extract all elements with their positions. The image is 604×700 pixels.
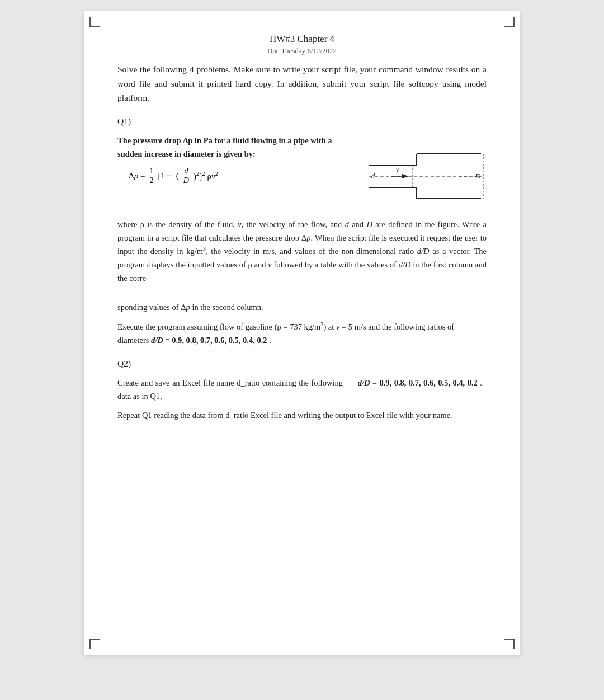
svg-text:v: v bbox=[396, 165, 399, 173]
corner-mark-br bbox=[504, 639, 515, 649]
page: HW#3 Chapter 4 Due Tuesday 6/12/2022 Sol… bbox=[84, 11, 520, 655]
corner-mark-tl bbox=[89, 17, 100, 27]
q1-sponding-content: sponding values of Δp in the second colu… bbox=[117, 303, 263, 312]
formula-d-over-D: d D bbox=[182, 167, 190, 186]
q2-label: Q2) bbox=[117, 359, 487, 369]
q1-sponding-text: sponding values of Δp in the second colu… bbox=[117, 301, 487, 314]
formula-delta-p: Δp = bbox=[129, 171, 145, 181]
corner-mark-tr bbox=[504, 17, 515, 27]
formula-paren-close: )2]2 bbox=[194, 171, 205, 181]
pipe-diagram-container: v −d D bbox=[364, 140, 487, 213]
q1-text-column: The pressure drop Δp in Pa for a fluid f… bbox=[117, 134, 352, 213]
q1-desc-text: The pressure drop Δp in Pa for a fluid f… bbox=[117, 136, 332, 158]
q1-where-content: where ρ is the density of the fluid, v, … bbox=[117, 220, 487, 283]
q2-text1: Create and save an Excel file name d_rat… bbox=[117, 377, 487, 403]
svg-text:−d: −d bbox=[366, 172, 375, 180]
q2-text2: Repeat Q1 reading the data from d_ratio … bbox=[117, 409, 487, 422]
page-title: HW#3 Chapter 4 bbox=[117, 34, 487, 45]
separator bbox=[117, 291, 487, 301]
q1-section: The pressure drop Δp in Pa for a fluid f… bbox=[117, 134, 487, 213]
q1-execute-content: Execute the program assuming flow of gas… bbox=[117, 322, 454, 345]
q2-section: Q2) Create and save an Excel file name d… bbox=[117, 359, 487, 422]
pipe-diagram: v −d D bbox=[364, 140, 487, 213]
formula-rho-v2: ρv2 bbox=[207, 171, 218, 181]
header: HW#3 Chapter 4 Due Tuesday 6/12/2022 bbox=[117, 34, 487, 55]
intro-paragraph: Solve the following 4 problems. Make sur… bbox=[117, 62, 487, 105]
formula-block: Δp = 1 2 [1 − ( d D )2]2 ρv2 bbox=[129, 167, 352, 186]
q1-execute-text: Execute the program assuming flow of gas… bbox=[117, 320, 487, 347]
due-date: Due Tuesday 6/12/2022 bbox=[117, 46, 487, 55]
q1-where-text: where ρ is the density of the fluid, v, … bbox=[117, 218, 487, 285]
formula-bracket-open: [1 − bbox=[158, 171, 173, 181]
q2-text1-content: Create and save an Excel file name d_rat… bbox=[117, 378, 487, 401]
corner-mark-bl bbox=[89, 639, 100, 649]
q1-label: Q1) bbox=[117, 116, 487, 126]
formula-half: 1 2 bbox=[148, 167, 154, 186]
formula-paren-open: ( bbox=[176, 171, 179, 181]
q1-description: The pressure drop Δp in Pa for a fluid f… bbox=[117, 134, 352, 161]
q2-text2-content: Repeat Q1 reading the data from d_ratio … bbox=[117, 411, 452, 420]
intro-text: Solve the following 4 problems. Make sur… bbox=[117, 64, 487, 102]
